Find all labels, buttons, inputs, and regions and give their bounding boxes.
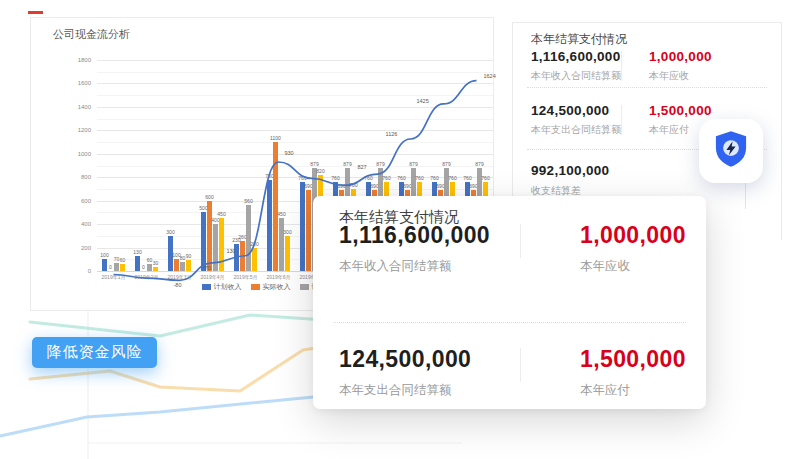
popup-payable-value: 1,500,000 — [580, 346, 686, 373]
popup-expense-settlement-value: 124,500,000 — [339, 346, 471, 373]
popup-payable-label: 本年应付 — [580, 382, 630, 399]
bar — [279, 218, 284, 271]
column-divider — [621, 51, 622, 81]
bar-value-label: 879 — [468, 162, 492, 167]
legend-label: 实际收入 — [263, 282, 291, 292]
bar — [207, 201, 212, 271]
bar-value-label: 879 — [336, 162, 360, 167]
column-divider — [520, 348, 521, 382]
bar — [252, 248, 257, 271]
line-value-label: 1126 — [386, 131, 398, 137]
bar-value-label: 760 — [375, 176, 399, 181]
summary-title: 本年结算支付情况 — [531, 31, 627, 48]
y-tick-label: 600 — [59, 198, 91, 204]
bar-value-label: 760 — [474, 176, 498, 181]
payable-label: 本年应付 — [649, 123, 689, 137]
bar-value-label: 879 — [303, 162, 327, 167]
x-tick-label: 2019年5月 — [229, 274, 263, 280]
bar-value-label: 600 — [198, 195, 222, 200]
bar — [153, 267, 158, 271]
bar — [186, 260, 191, 271]
bar — [285, 236, 290, 271]
risk-shield-button[interactable] — [699, 119, 763, 183]
bar-value-label: 450 — [210, 212, 234, 217]
grid-line — [97, 72, 493, 73]
bar — [114, 263, 119, 271]
grid-line — [97, 60, 493, 61]
y-tick-label: 1400 — [59, 104, 91, 110]
bar-value-label: 400 — [204, 218, 228, 223]
bar — [273, 142, 278, 271]
column-divider — [621, 105, 622, 135]
y-tick-label: 800 — [59, 174, 91, 180]
y-tick-label: 1600 — [59, 80, 91, 86]
bar — [213, 224, 218, 271]
balance-value: 992,100,000 — [531, 163, 609, 178]
y-tick-label: 0 — [59, 268, 91, 274]
grid-line — [97, 83, 493, 84]
bar-value-label: 260 — [231, 235, 255, 240]
receivable-label: 本年应收 — [649, 69, 689, 83]
expense-settlement-label: 本年支出合同结算额 — [531, 123, 621, 137]
line-value-label: 827 — [358, 164, 367, 170]
reduce-risk-badge[interactable]: 降低资金风险 — [32, 337, 157, 368]
bar — [180, 262, 185, 271]
popup-expense-settlement-label: 本年支出合同结算额 — [339, 382, 452, 399]
income-settlement-value: 1,116,600,000 — [531, 49, 621, 64]
popup-income-settlement-value: 1,116,600,000 — [339, 222, 490, 249]
bar-value-label: 450 — [270, 212, 294, 217]
bar-value-label: 200 — [243, 242, 267, 247]
bar — [219, 218, 224, 271]
y-tick-label: 1200 — [59, 127, 91, 133]
bar-value-label: 879 — [369, 162, 393, 167]
y-tick-label: 1000 — [59, 151, 91, 157]
line-value-label: 130 — [227, 248, 236, 254]
legend-item[interactable]: 计划收入 — [202, 282, 242, 292]
grid-line — [97, 95, 493, 96]
bar — [267, 180, 272, 271]
bar-value-label: 130 — [126, 250, 150, 255]
line-value-label: 70 — [205, 265, 211, 271]
x-tick-label: 2019年6月 — [262, 274, 296, 280]
bar-value-label: 90 — [177, 254, 201, 259]
reduce-risk-label: 降低资金风险 — [47, 343, 143, 362]
y-tick-label: 1800 — [59, 57, 91, 63]
legend-label: 计划收入 — [214, 282, 242, 292]
dashboard-stage: 公司现金流分析 20040060080010001200140016001800… — [0, 0, 792, 459]
column-divider — [745, 183, 746, 209]
settlement-popup-card: 本年结算支付情况 1,116,600,000 本年收入合同结算额 1,000,0… — [313, 196, 706, 409]
bar-value-label: 300 — [159, 230, 183, 235]
bar-value-label: 1100 — [264, 136, 288, 141]
x-tick-label: 2019年3月 — [163, 274, 197, 280]
legend-swatch — [202, 284, 211, 290]
legend-swatch — [300, 284, 309, 290]
bar-value-label: 760 — [441, 176, 465, 181]
bar-value-label: 560 — [237, 199, 261, 204]
bar — [306, 190, 311, 271]
popup-receivable-value: 1,000,000 — [580, 222, 686, 249]
payable-value: 1,500,000 — [649, 103, 712, 118]
bar-value-label: 820 — [309, 169, 333, 174]
popup-receivable-label: 本年应收 — [580, 258, 630, 275]
bar — [246, 205, 251, 271]
grid-line — [97, 130, 493, 131]
grid-line — [97, 142, 493, 143]
column-divider — [520, 224, 521, 258]
x-tick-label: 2019年2月 — [130, 274, 164, 280]
grid-line — [97, 107, 493, 108]
y-tick-label: 200 — [59, 245, 91, 251]
legend-item[interactable]: 实际收入 — [251, 282, 291, 292]
bar-value-label: 879 — [402, 162, 426, 167]
row-separator — [527, 87, 767, 88]
grid-line — [97, 154, 493, 155]
bar-value-label: 30 — [144, 261, 168, 266]
bar-value-label: 60 — [111, 258, 135, 263]
row-separator — [333, 322, 686, 323]
bar-value-label: 760 — [408, 176, 432, 181]
bar — [120, 264, 125, 271]
line-value-label: 1425 — [417, 98, 429, 104]
popup-income-settlement-label: 本年收入合同结算额 — [339, 258, 452, 275]
receivable-value: 1,000,000 — [649, 49, 712, 64]
line-value-label: 1624 — [484, 73, 496, 79]
income-settlement-label: 本年收入合同结算额 — [531, 69, 621, 83]
